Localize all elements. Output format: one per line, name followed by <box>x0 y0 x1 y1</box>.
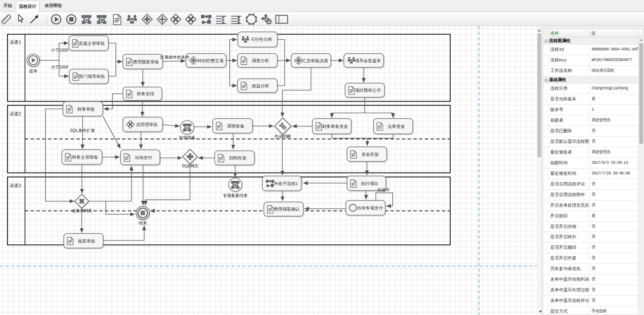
svg-text:出纳专项支付: 出纳专项支付 <box>357 206 383 210</box>
svg-text:SQL条件扩展: SQL条件扩展 <box>70 128 95 133</box>
svg-text:大于1000: 大于1000 <box>51 65 69 69</box>
svg-text:财务审核: 财务审核 <box>78 107 95 111</box>
svg-text:同步网关: 同步网关 <box>182 163 199 168</box>
svg-text:特别经费立项: 特别经费立项 <box>197 58 224 63</box>
svg-text:专项报备: 专项报备 <box>179 135 196 140</box>
svg-text:直接主管审批: 直接主管审批 <box>78 41 105 46</box>
svg-text:费用预算审核: 费用预算审核 <box>133 59 159 64</box>
svg-text:资金存放: 资金存放 <box>362 152 379 157</box>
svg-text:调查收集: 调查收集 <box>227 124 245 128</box>
svg-text:项目预审公示: 项目预审公示 <box>355 88 381 93</box>
svg-text:提单: 提单 <box>29 69 38 73</box>
svg-text:自循环: 自循环 <box>377 187 390 192</box>
svg-text:效益分析: 效益分析 <box>252 83 269 88</box>
svg-text:专项备案结束: 专项备案结束 <box>223 193 248 198</box>
svg-text:小于1000: 小于1000 <box>51 48 69 52</box>
svg-text:众筹资金: 众筹资金 <box>388 124 405 129</box>
svg-text:汇总审核决策: 汇总审核决策 <box>302 58 328 63</box>
svg-text:可行性分析: 可行性分析 <box>251 37 273 42</box>
svg-text:核算审批: 核算审批 <box>78 239 95 243</box>
svg-text:总经理审批: 总经理审批 <box>136 122 158 127</box>
svg-text:泳道3: 泳道3 <box>9 183 21 188</box>
svg-text:泳道2: 泳道2 <box>9 111 21 116</box>
svg-text:费用领取确认: 费用领取确认 <box>274 207 300 211</box>
svg-text:或条件网关: 或条件网关 <box>72 208 93 213</box>
svg-text:结束: 结束 <box>139 220 147 225</box>
svg-text:部门领导审批: 部门领导审批 <box>79 74 105 79</box>
svg-text:自动判断: 自动判断 <box>275 134 291 139</box>
svg-text:财务安排: 财务安排 <box>137 91 154 96</box>
svg-text:扩展插件类条件: 扩展插件类条件 <box>160 55 189 59</box>
svg-text:调查分析: 调查分析 <box>252 58 269 63</box>
svg-text:归档存放: 归档存放 <box>229 156 247 160</box>
svg-text:出纳支付: 出纳支付 <box>135 155 152 160</box>
svg-text:外嵌子流程1: 外嵌子流程1 <box>274 181 298 186</box>
svg-text:泳道1: 泳道1 <box>9 40 21 44</box>
svg-text:领导会签盖章: 领导会签盖章 <box>355 58 381 63</box>
svg-text:财务主管报备: 财务主管报备 <box>72 155 98 159</box>
svg-text:财务筹备资金: 财务筹备资金 <box>322 124 348 129</box>
svg-text:执行项目: 执行项目 <box>361 181 379 186</box>
